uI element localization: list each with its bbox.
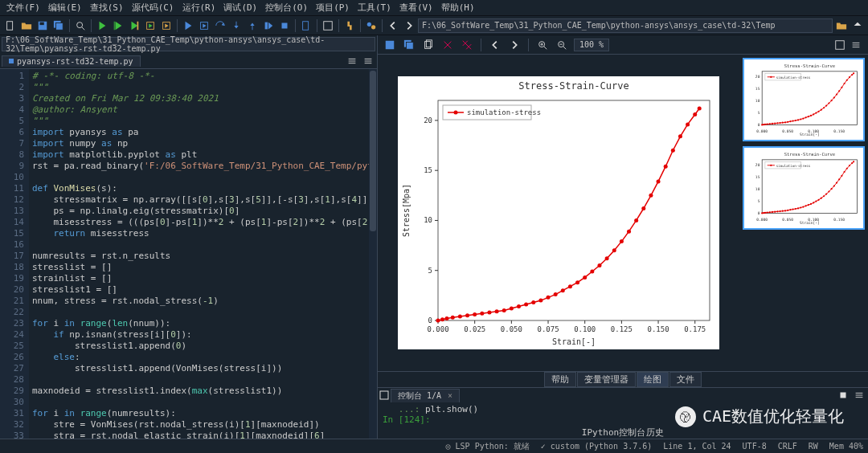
tab-options-icon[interactable]: [361, 54, 375, 68]
svg-point-19: [371, 25, 375, 29]
forward-icon[interactable]: [402, 18, 416, 33]
tab-list-icon[interactable]: [345, 54, 359, 68]
parent-dir-icon[interactable]: [850, 18, 865, 33]
status-eol[interactable]: CRLF: [778, 442, 797, 451]
python-env-icon[interactable]: [364, 18, 379, 33]
run-cell-advance-icon[interactable]: [143, 18, 158, 33]
zoom-level[interactable]: 100 %: [574, 39, 609, 51]
editor-scrollbar[interactable]: [369, 69, 377, 439]
svg-point-106: [597, 263, 601, 267]
open-folder-icon[interactable]: [19, 18, 34, 33]
console-subtab[interactable]: 历史: [646, 426, 664, 439]
bottom-tab[interactable]: 帮助: [544, 372, 576, 387]
plot-close-icon[interactable]: [440, 38, 455, 52]
console-tab-close-icon[interactable]: ×: [448, 391, 452, 400]
new-file-icon[interactable]: [3, 18, 18, 33]
plot-thumb-2[interactable]: 0.0000.0500.1000.15005101520Stress-Strai…: [743, 146, 865, 230]
svg-point-226: [849, 165, 850, 166]
svg-point-18: [367, 22, 371, 26]
svg-point-220: [833, 185, 835, 186]
bottom-tab[interactable]: 变量管理器: [577, 372, 636, 387]
working-dir-field[interactable]: F:\06_SoftWare_Temp\31_Python_CAE_Temp\p…: [418, 18, 833, 33]
menu-item[interactable]: 帮助(H): [438, 1, 478, 14]
step-into-icon[interactable]: [229, 18, 244, 33]
menu-item[interactable]: 工具(T): [354, 1, 395, 14]
svg-point-155: [805, 116, 806, 118]
run-cell-icon[interactable]: [111, 18, 125, 33]
plot-saveall-icon[interactable]: [402, 38, 416, 52]
browse-dir-icon[interactable]: [834, 18, 849, 33]
run-selection-icon[interactable]: [127, 18, 141, 33]
back-icon[interactable]: [386, 18, 400, 33]
svg-point-165: [830, 100, 832, 101]
bottom-tab[interactable]: 绘图: [637, 372, 669, 387]
menu-item[interactable]: 查看(V): [396, 1, 436, 14]
pythonpath-icon[interactable]: [342, 18, 357, 33]
plot-thumb-1[interactable]: 0.0000.0500.1000.15005101520Stress-Strai…: [743, 58, 865, 141]
debug-file-icon[interactable]: [299, 18, 313, 33]
console-body[interactable]: ...: plt.show()In [124]:: [378, 402, 868, 426]
plot-canvas[interactable]: 0.0000.0250.0500.0750.1000.1250.1500.175…: [378, 55, 739, 371]
save-all-icon[interactable]: [51, 18, 66, 33]
plot-closeall-icon[interactable]: [460, 38, 474, 52]
plot-area: 0.0000.0250.0500.0750.1000.1250.1500.175…: [378, 55, 868, 371]
svg-text:10: 10: [424, 216, 432, 224]
run-icon[interactable]: [95, 18, 109, 33]
console-options-icon[interactable]: [852, 388, 866, 402]
console-tab[interactable]: 控制台 1/A×: [391, 389, 460, 402]
step-over-icon[interactable]: [213, 18, 227, 33]
svg-point-157: [810, 115, 812, 116]
svg-point-95: [517, 304, 521, 308]
plot-next-icon[interactable]: [507, 38, 522, 52]
plot-prev-icon[interactable]: [488, 38, 502, 52]
stop-icon[interactable]: [277, 18, 292, 33]
save-icon[interactable]: [35, 18, 50, 33]
svg-point-90: [480, 312, 484, 316]
svg-point-94: [510, 307, 514, 311]
svg-point-111: [634, 218, 638, 222]
editor-tab[interactable]: pyansys-rst-td32-temp.py: [2, 55, 141, 67]
svg-point-150: [792, 120, 793, 121]
plot-fit-icon[interactable]: [833, 38, 847, 52]
menu-item[interactable]: 文件(F): [3, 1, 43, 14]
status-memory[interactable]: Mem 40%: [829, 442, 863, 451]
menu-item[interactable]: 项目(P): [313, 1, 353, 14]
status-rw[interactable]: RW: [809, 442, 818, 451]
plot-save-icon[interactable]: [383, 38, 397, 52]
svg-text:20: 20: [755, 163, 760, 167]
status-conda[interactable]: ✓ custom (Python 3.7.6): [541, 442, 652, 451]
rerun-icon[interactable]: [159, 18, 174, 33]
search-icon[interactable]: [73, 18, 88, 33]
svg-text:0.150: 0.150: [648, 325, 669, 333]
bottom-tab[interactable]: 文件: [669, 372, 702, 387]
debug-cell-icon[interactable]: [197, 18, 211, 33]
plot-menu-icon[interactable]: [849, 38, 863, 52]
status-cursor-pos[interactable]: Line 1, Col 24: [663, 442, 731, 451]
code-body[interactable]: # -*- coding: utf-8 -*- """ Created on F…: [29, 69, 369, 439]
svg-rect-8: [137, 21, 139, 30]
menu-item[interactable]: 源代码(C): [129, 1, 178, 14]
svg-point-208: [802, 206, 804, 207]
continue-icon[interactable]: [261, 18, 276, 33]
svg-point-114: [657, 179, 661, 183]
menu-item[interactable]: 调试(D): [220, 1, 260, 14]
maximize-icon[interactable]: [321, 18, 335, 33]
debug-icon[interactable]: [181, 18, 195, 33]
menu-item[interactable]: 查找(S): [87, 1, 127, 14]
console-subtab[interactable]: IPython控制台: [582, 426, 645, 439]
status-lsp[interactable]: ◎ LSP Python: 就绪: [446, 441, 530, 452]
step-out-icon[interactable]: [245, 18, 260, 33]
code-editor[interactable]: 1234567891011121314151617181920212223242…: [0, 69, 377, 439]
menu-item[interactable]: 控制台(O): [262, 1, 311, 14]
svg-text:Stress-Strain-Curve: Stress-Strain-Curve: [784, 63, 836, 68]
zoom-out-icon[interactable]: [555, 38, 569, 52]
svg-point-167: [836, 93, 837, 95]
plot-copy-icon[interactable]: [421, 38, 436, 52]
console-interrupt-icon[interactable]: [836, 388, 850, 402]
zoom-in-icon[interactable]: [535, 38, 550, 52]
file-path-field[interactable]: F:\06_SoftWare_Temp\31_Python_CAE_Temp\p…: [2, 37, 375, 51]
status-encoding[interactable]: UTF-8: [743, 442, 767, 451]
menu-item[interactable]: 运行(R): [179, 1, 219, 14]
svg-point-159: [815, 112, 817, 114]
menu-item[interactable]: 编辑(E): [45, 1, 85, 14]
